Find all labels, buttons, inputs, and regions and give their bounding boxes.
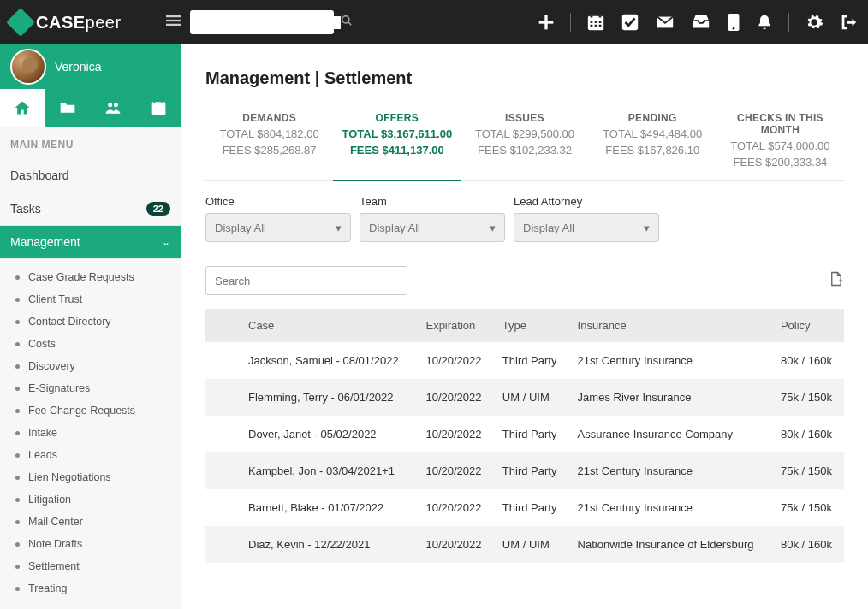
table-row[interactable]: Jackson, Samuel - 08/01/2022 10/20/2022 … [205, 342, 844, 379]
cell-type: UM / UIM [494, 526, 569, 563]
sidebar-tabs [0, 89, 181, 127]
cell-exp: 10/20/2022 [417, 416, 493, 452]
cell-case: Flemming, Terry - 06/01/2022 [205, 379, 417, 416]
tab-people[interactable] [91, 89, 136, 127]
table-row[interactable]: Barnett, Blake - 01/07/2022 10/20/2022 T… [205, 489, 844, 526]
svg-rect-13 [591, 25, 593, 27]
tab-folder[interactable] [45, 89, 91, 127]
logout-icon[interactable] [839, 13, 858, 32]
mail-icon[interactable] [655, 13, 675, 32]
stat-label: PENDING [592, 112, 713, 124]
stat-total: TOTAL $3,167,611.00 [336, 127, 457, 140]
sidebar-subitem[interactable]: Litigation [0, 488, 181, 511]
svg-rect-23 [161, 100, 163, 103]
gear-icon[interactable] [805, 13, 823, 32]
col-type[interactable]: Type [494, 309, 569, 342]
sidebar-subitem[interactable]: Mail Center [0, 511, 181, 533]
menu-management[interactable]: Management⌄ [0, 226, 181, 259]
stat-total: TOTAL $299,500.00 [464, 127, 585, 140]
sidebar-subitem[interactable]: Note Drafts [0, 533, 181, 555]
svg-rect-22 [153, 100, 156, 103]
cell-policy: 75k / 150k [772, 489, 844, 526]
sidebar-subitem[interactable]: Contact Directory [0, 310, 181, 333]
global-search-input[interactable] [197, 16, 341, 29]
cell-type: Third Party [494, 452, 569, 489]
cell-case: Jackson, Samuel - 08/01/2022 [205, 342, 417, 379]
avatar [10, 49, 46, 85]
svg-rect-10 [591, 21, 593, 23]
svg-point-18 [733, 27, 735, 30]
plus-icon[interactable] [538, 14, 555, 31]
cell-policy: 80k / 160k [772, 416, 844, 452]
hamburger-icon[interactable] [166, 13, 181, 32]
filters: Office Display All▾ Team Display All▾ Le… [205, 195, 844, 242]
cell-type: Third Party [494, 416, 569, 452]
management-sublist: Case Grade RequestsClient TrustContact D… [0, 259, 181, 609]
svg-rect-6 [539, 21, 554, 23]
col-policy[interactable]: Policy [772, 309, 844, 342]
sidebar-subitem[interactable]: Case Grade Requests [0, 266, 181, 288]
office-select[interactable]: Display All▾ [205, 213, 351, 242]
stat-tab[interactable]: DEMANDS TOTAL $804,182.00 FEES $285,268.… [205, 105, 333, 180]
table-search-input[interactable] [205, 266, 407, 295]
stat-tab[interactable]: PENDING TOTAL $494,484.00 FEES $167,826.… [589, 105, 716, 180]
menu-dashboard[interactable]: Dashboard [0, 159, 181, 192]
cell-policy: 80k / 160k [772, 526, 844, 563]
cell-exp: 10/20/2022 [417, 379, 493, 416]
tab-home[interactable] [0, 89, 45, 127]
team-label: Team [360, 195, 505, 208]
sidebar-subitem[interactable]: Treating [0, 577, 181, 600]
cell-type: Third Party [494, 342, 569, 379]
sidebar-subitem[interactable]: Settlement [0, 555, 181, 577]
stat-tab[interactable]: CHECKS IN THIS MONTH TOTAL $574,000.00 F… [716, 105, 844, 180]
table-row[interactable]: Flemming, Terry - 06/01/2022 10/20/2022 … [205, 379, 844, 416]
stat-fees: FEES $285,268.87 [209, 144, 330, 157]
stat-fees: FEES $200,333.34 [720, 156, 841, 169]
cell-policy: 75k / 150k [772, 379, 844, 416]
cell-exp: 10/20/2022 [417, 452, 493, 489]
mobile-icon[interactable] [727, 13, 740, 32]
calendar-icon[interactable] [586, 13, 605, 32]
user-block[interactable]: Veronica [0, 44, 181, 89]
export-icon[interactable] [829, 270, 844, 291]
cell-ins: 21st Century Insurance [569, 342, 772, 379]
svg-rect-12 [599, 21, 602, 23]
cell-exp: 10/20/2022 [417, 342, 493, 379]
sidebar-subitem[interactable]: Lien Negotiations [0, 466, 181, 488]
inbox-icon[interactable] [691, 13, 711, 32]
table-row[interactable]: Dover, Janet - 05/02/2022 10/20/2022 Thi… [205, 416, 844, 452]
stat-fees: FEES $102,233.32 [464, 144, 585, 157]
col-expiration[interactable]: Expiration [417, 309, 493, 342]
tab-calendar[interactable] [135, 89, 181, 127]
table-row[interactable]: Diaz, Kevin - 12/22/2021 10/20/2022 UM /… [205, 526, 844, 563]
attorney-select[interactable]: Display All▾ [514, 213, 659, 242]
divider [788, 13, 789, 32]
sidebar-subitem[interactable]: E-Signatures [0, 377, 181, 399]
cell-case: Kampbel, Jon - 03/04/2021+1 [205, 452, 417, 489]
bell-icon[interactable] [756, 13, 773, 32]
logo[interactable]: CASEpeer [10, 12, 122, 33]
col-insurance[interactable]: Insurance [569, 309, 772, 342]
logo-text: CASEpeer [36, 13, 122, 33]
stat-tab[interactable]: OFFERS TOTAL $3,167,611.00 FEES $411,137… [333, 105, 461, 181]
table-row[interactable]: Kampbel, Jon - 03/04/2021+1 10/20/2022 T… [205, 452, 844, 489]
global-search[interactable] [190, 10, 334, 34]
menu-tasks[interactable]: Tasks22 [0, 192, 181, 226]
col-case[interactable]: Case [205, 309, 417, 342]
sidebar-subitem[interactable]: Discovery [0, 355, 181, 377]
svg-rect-1 [166, 20, 181, 21]
stat-tab[interactable]: ISSUES TOTAL $299,500.00 FEES $102,233.3… [461, 105, 588, 180]
sidebar: Veronica MAIN MENU Dashboard Tasks22 Man… [0, 44, 181, 609]
sidebar-subitem[interactable]: Intake [0, 422, 181, 444]
office-label: Office [205, 195, 351, 208]
cell-ins: James River Insurance [569, 379, 772, 416]
stat-fees: FEES $411,137.00 [336, 144, 457, 157]
svg-rect-9 [599, 14, 602, 18]
check-icon[interactable] [621, 13, 639, 32]
sidebar-subitem[interactable]: Costs [0, 333, 181, 355]
team-select[interactable]: Display All▾ [360, 213, 505, 242]
cell-ins: 21st Century Insurance [569, 489, 772, 526]
sidebar-subitem[interactable]: Client Trust [0, 288, 181, 310]
sidebar-subitem[interactable]: Fee Change Requests [0, 399, 181, 422]
sidebar-subitem[interactable]: Leads [0, 444, 181, 466]
